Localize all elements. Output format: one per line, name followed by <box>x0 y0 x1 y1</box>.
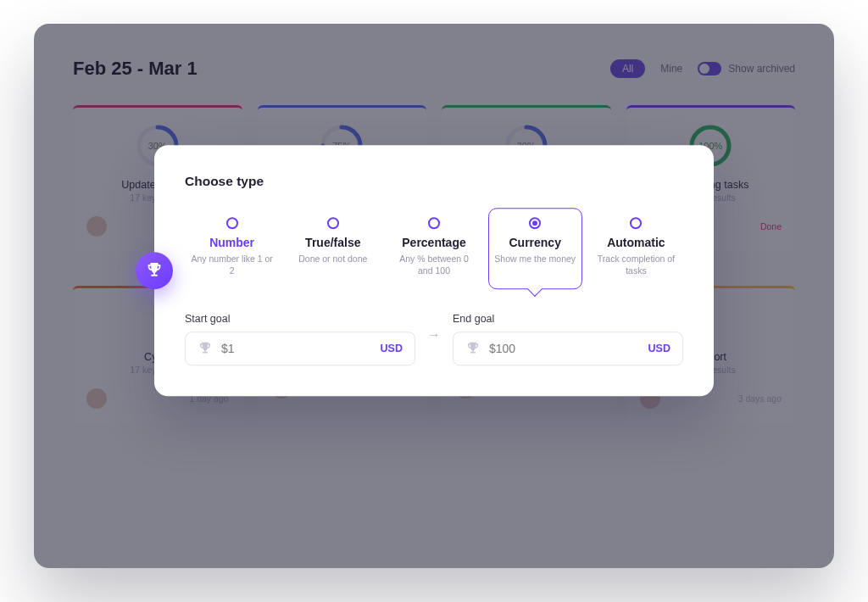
end-goal-label: End goal <box>453 314 683 326</box>
trophy-icon <box>198 342 213 357</box>
arrow-right-icon: → <box>427 328 441 343</box>
type-option-truefalse[interactable]: True/false Done or not done <box>286 208 380 289</box>
type-option-label: Currency <box>494 236 576 249</box>
type-option-percentage[interactable]: Percentage Any % between 0 and 100 <box>387 208 481 289</box>
type-option-hint: Any % between 0 and 100 <box>392 253 475 276</box>
start-goal-input-wrap[interactable]: USD <box>185 332 415 366</box>
radio-icon <box>529 217 541 229</box>
type-option-label: Automatic <box>595 236 677 249</box>
trophy-icon <box>465 342 481 357</box>
radio-icon <box>630 217 642 229</box>
start-goal-input[interactable] <box>221 343 372 356</box>
type-option-label: Percentage <box>392 236 475 249</box>
trophy-icon <box>145 261 164 280</box>
end-goal-input-wrap[interactable]: USD <box>453 332 683 366</box>
type-option-hint: Show me the money <box>494 253 576 265</box>
type-option-label: Number <box>191 236 273 249</box>
type-option-label: True/false <box>292 236 374 249</box>
modal-title: Choose type <box>185 174 683 189</box>
start-goal-label: Start goal <box>185 314 415 326</box>
modal-trophy-badge <box>136 252 173 289</box>
type-options-row: Number Any number like 1 or 2 True/false… <box>185 208 683 289</box>
radio-icon <box>428 217 440 229</box>
end-goal-unit: USD <box>648 343 670 355</box>
start-goal-unit: USD <box>381 343 403 355</box>
type-option-hint: Any number like 1 or 2 <box>191 253 273 276</box>
type-option-hint: Done or not done <box>292 253 374 265</box>
type-option-currency[interactable]: Currency Show me the money <box>488 208 582 289</box>
end-goal-input[interactable] <box>489 343 640 356</box>
type-option-hint: Track completion of tasks <box>595 253 677 276</box>
type-option-number[interactable]: Number Any number like 1 or 2 <box>185 208 279 289</box>
type-option-automatic[interactable]: Automatic Track completion of tasks <box>589 208 683 289</box>
choose-type-modal: Choose type Number Any number like 1 or … <box>154 145 714 396</box>
radio-icon <box>226 217 238 229</box>
radio-icon <box>327 217 339 229</box>
